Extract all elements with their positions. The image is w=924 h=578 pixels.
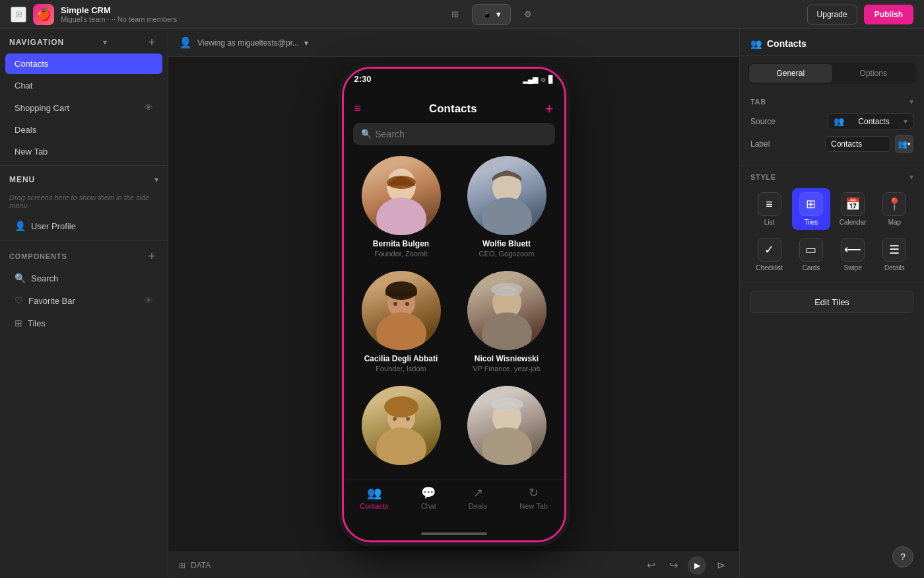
viewing-as-selector[interactable]: 👤 Viewing as migueltests@pr... ▾ xyxy=(179,36,308,49)
contacts-panel-icon: 👥 xyxy=(750,38,762,49)
publish-button[interactable]: Publish xyxy=(864,5,913,24)
phone-nav-contacts-icon: 👥 xyxy=(367,486,381,500)
contact-avatar-3 xyxy=(362,271,441,350)
signal-icon: ▂▄▆ xyxy=(523,75,539,84)
svg-point-6 xyxy=(376,312,426,350)
source-select[interactable]: 👥 Contacts ▾ xyxy=(828,113,913,129)
nav-item-deals[interactable]: Deals xyxy=(5,120,162,140)
component-item-tiles[interactable]: ⊞ Tiles xyxy=(5,312,162,334)
add-nav-button[interactable]: + xyxy=(145,36,158,49)
style-tile-tiles[interactable]: ⊞ Tiles xyxy=(792,188,830,230)
apps-menu-button[interactable]: ⊞ xyxy=(11,7,26,22)
component-favorite-left: ♡ Favorite Bar xyxy=(15,295,75,306)
add-component-button[interactable]: + xyxy=(145,250,158,263)
tab-general-button[interactable]: General xyxy=(749,64,832,83)
menu-drag-hint: Drag screens here to show them in the si… xyxy=(0,188,168,215)
contact-tile-6[interactable] xyxy=(459,386,555,474)
phone-bottom-nav: 👥 Contacts 💬 Chat ↗ Deals xyxy=(344,480,564,527)
component-favorite-label: Favorite Bar xyxy=(28,296,75,306)
contact-role-3: Founder, Isdom xyxy=(376,365,426,373)
eye-icon: 👁 xyxy=(144,102,153,113)
tiles-style-icon: ⊞ xyxy=(799,192,823,216)
device-chevron-icon: ▾ xyxy=(496,9,501,19)
components-section-header: COMPONENTS + xyxy=(0,243,168,267)
style-tile-details[interactable]: ☰ Details xyxy=(876,234,913,275)
home-bar xyxy=(421,532,487,535)
style-section: STYLE ▾ ≡ List ⊞ Tiles 📅 Calendar 📍 xyxy=(740,166,924,283)
phone-nav-chat-label: Chat xyxy=(421,502,436,510)
nav-item-shopping-cart-label: Shopping Cart xyxy=(15,103,144,113)
svg-point-20 xyxy=(482,427,532,465)
phone-nav-chat[interactable]: 💬 Chat xyxy=(421,486,436,510)
nav-item-new-tab[interactable]: New Tab xyxy=(5,141,162,162)
component-tiles-left: ⊞ Tiles xyxy=(15,318,46,328)
play-button[interactable]: ▶ xyxy=(688,556,706,575)
component-tiles-label: Tiles xyxy=(28,318,46,328)
phone-home-indicator xyxy=(344,527,564,540)
contact-tile-3[interactable]: Cacilia Degli Abbati Founder, Isdom xyxy=(353,271,449,377)
phone-icon: 📱 xyxy=(482,9,492,19)
menu-user-profile-item[interactable]: 👤 User Profile xyxy=(5,215,162,236)
phone-search-icon: 🔍 xyxy=(361,129,372,139)
component-item-search[interactable]: 🔍 Search xyxy=(5,268,162,289)
tab-options-button[interactable]: Options xyxy=(832,64,915,83)
nav-item-shopping-cart[interactable]: Shopping Cart 👁 xyxy=(5,97,162,118)
contact-tile-5[interactable] xyxy=(353,386,449,474)
nav-item-contacts[interactable]: Contacts xyxy=(5,54,162,74)
phone-search-bar[interactable]: 🔍 Search xyxy=(353,123,555,145)
redo-button[interactable]: ↪ xyxy=(665,558,681,573)
source-select-value: Contacts xyxy=(858,117,889,126)
style-tile-cards[interactable]: ▭ Cards xyxy=(792,234,830,275)
contact-tile-1[interactable]: Bernita Bulgen Founder, Zoomit xyxy=(353,156,449,262)
help-icon: ? xyxy=(900,552,906,562)
menu-label: MENU xyxy=(9,175,35,184)
phone-nav-deals[interactable]: ↗ Deals xyxy=(469,486,487,510)
phone-nav-new-tab[interactable]: ↻ New Tab xyxy=(519,486,548,510)
phone-add-icon[interactable]: + xyxy=(545,100,554,118)
style-tile-map[interactable]: 📍 Map xyxy=(876,188,913,230)
label-input-field[interactable] xyxy=(825,136,891,152)
data-icon: ⊞ xyxy=(179,561,185,570)
component-search-label: Search xyxy=(31,273,58,283)
phone-menu-icon[interactable]: ≡ xyxy=(354,102,362,116)
swipe-style-label: Swipe xyxy=(844,264,862,271)
viewing-as-chevron-icon: ▾ xyxy=(304,38,308,48)
edit-tiles-button[interactable]: Edit Tiles xyxy=(750,291,913,313)
upgrade-button[interactable]: Upgrade xyxy=(807,5,857,24)
svg-point-13 xyxy=(491,283,523,296)
style-tile-list[interactable]: ≡ List xyxy=(750,188,788,230)
device-view-button[interactable]: 📱 ▾ xyxy=(472,4,511,25)
grid-view-button[interactable]: ⊞ xyxy=(442,4,468,25)
topbar-left: ⊞ 🍎 Simple CRM Miguel's team · ·· No tea… xyxy=(11,4,177,25)
phone-search-placeholder: Search xyxy=(376,129,405,139)
undo-button[interactable]: ↩ xyxy=(643,558,659,573)
style-tile-checklist[interactable]: ✓ Checklist xyxy=(750,234,788,275)
svg-point-4 xyxy=(482,198,532,235)
phone-frame: 2:30 ▂▄▆ ⌾ ▊ ≡ Contacts xyxy=(342,67,566,542)
label-icon-button[interactable]: 👥 ▾ xyxy=(895,135,913,153)
nav-item-chat-label: Chat xyxy=(15,81,153,90)
contact-role-1: Founder, Zoomit xyxy=(374,250,427,258)
phone-nav-contacts[interactable]: 👥 Contacts xyxy=(360,486,388,510)
svg-point-12 xyxy=(482,312,532,350)
style-tile-swipe[interactable]: ⟵ Swipe xyxy=(834,234,872,275)
contact-avatar-4 xyxy=(467,271,546,350)
nav-item-chat[interactable]: Chat xyxy=(5,75,162,96)
phone-contacts-grid: Bernita Bulgen Founder, Zoomit xyxy=(344,151,564,480)
share-button[interactable]: ⊳ xyxy=(713,558,729,573)
settings-button[interactable]: ⚙ xyxy=(515,4,541,25)
phone-nav-deals-label: Deals xyxy=(469,502,487,510)
svg-point-1 xyxy=(376,198,426,235)
style-tile-calendar[interactable]: 📅 Calendar xyxy=(834,188,872,230)
topbar-right: Upgrade Publish xyxy=(807,5,913,24)
right-panel-title: Contacts xyxy=(767,38,807,49)
help-button[interactable]: ? xyxy=(892,546,913,567)
style-grid: ≡ List ⊞ Tiles 📅 Calendar 📍 Map ✓ Ch xyxy=(750,188,913,275)
contact-tile-4[interactable]: Nicol Wisniewski VP Finance, year-job xyxy=(459,271,555,377)
bottom-bar: ⊞ DATA ↩ ↪ ▶ ⊳ xyxy=(168,552,739,578)
source-select-chevron-icon: ▾ xyxy=(904,117,908,126)
component-item-favorite-bar[interactable]: ♡ Favorite Bar 👁 xyxy=(5,290,162,311)
contact-tile-2[interactable]: Wolfie Bluett CEO, Gogozoom xyxy=(459,156,555,262)
canvas-toolbar: 👤 Viewing as migueltests@pr... ▾ xyxy=(168,29,739,57)
data-section: ⊞ DATA xyxy=(179,561,211,570)
